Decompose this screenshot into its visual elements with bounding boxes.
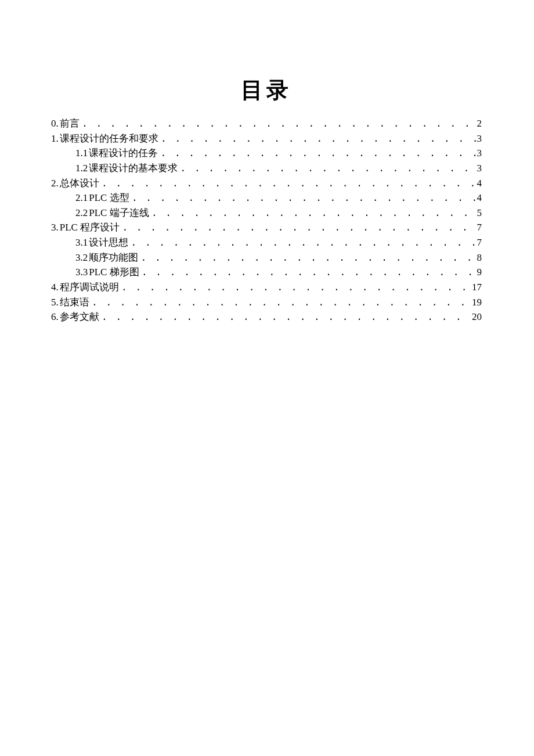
toc-entry-marker: 6. <box>51 310 60 325</box>
toc-entry-page: 19 <box>471 296 482 310</box>
toc-entry-page: 4 <box>476 191 482 206</box>
toc-entry-label: 结束语 <box>60 296 92 310</box>
toc-entry-marker: 0. <box>51 117 60 131</box>
toc-entry-label: PLC 选型 <box>89 191 131 206</box>
toc-entry-label: PLC 梯形图 <box>89 265 141 280</box>
toc-entry-marker: 3.3 <box>75 265 89 280</box>
toc-entry-page: 17 <box>471 280 482 295</box>
toc-entry-page: 7 <box>476 236 482 250</box>
toc-entry-dots <box>142 266 476 280</box>
toc-entry-label: 前言 <box>60 117 82 131</box>
toc-entry-dots <box>102 311 471 325</box>
toc-entry: 6.参考文献20 <box>51 310 482 325</box>
toc-entry: 1.课程设计的任务和要求3 <box>51 132 482 147</box>
toc-entry-dots <box>132 192 476 206</box>
toc-entry: 1.2课程设计的基本要求3 <box>51 161 482 177</box>
toc-entry: 5.结束语19 <box>51 296 482 311</box>
toc-entry-marker: 3.1 <box>75 236 89 250</box>
toc-entry-marker: 1. <box>51 132 60 146</box>
toc-entry-dots <box>160 147 475 161</box>
toc-entry: 3.2顺序功能图8 <box>51 251 482 266</box>
toc-entry: 0.前言2 <box>51 117 482 132</box>
toc-entry-page: 7 <box>476 221 482 235</box>
toc-entry-label: 顺序功能图 <box>89 251 140 265</box>
toc-entry-label: 课程设计的任务 <box>89 146 160 161</box>
toc-entry-label: 参考文献 <box>60 310 102 325</box>
toc-entry-dots <box>82 117 476 132</box>
toc-entry-dots <box>102 177 476 192</box>
toc-entry-marker: 2.2 <box>75 206 89 221</box>
toc-entry-page: 20 <box>471 310 482 325</box>
toc-entry-dots <box>140 251 475 266</box>
toc-entry-label: 程序调试说明 <box>60 280 121 295</box>
toc-entry-page: 9 <box>476 265 482 280</box>
toc-list: 0.前言21.课程设计的任务和要求31.1课程设计的任务31.2课程设计的基本要… <box>51 117 482 325</box>
toc-entry-label: 设计思想 <box>89 236 131 250</box>
toc-entry-marker: 5. <box>51 296 60 310</box>
toc-entry-dots <box>151 207 476 221</box>
toc-entry-page: 4 <box>476 177 482 191</box>
toc-entry: 4.程序调试说明17 <box>51 280 482 296</box>
toc-entry: 1.1课程设计的任务3 <box>51 146 482 161</box>
toc-entry-marker: 3.2 <box>75 251 89 265</box>
toc-entry-dots <box>92 296 471 311</box>
toc-title: 目录 <box>51 75 482 105</box>
toc-entry-label: 课程设计的任务和要求 <box>60 132 161 146</box>
toc-entry-marker: 1.2 <box>75 161 89 176</box>
toc-entry-dots <box>121 281 471 296</box>
toc-entry-page: 2 <box>476 117 482 131</box>
toc-entry-label: PLC 端子连线 <box>89 206 151 221</box>
toc-entry-label: PLC 程序设计 <box>60 221 122 235</box>
page-container: 目录 0.前言21.课程设计的任务和要求31.1课程设计的任务31.2课程设计的… <box>0 0 534 325</box>
toc-entry-label: 总体设计 <box>60 177 102 191</box>
toc-entry-marker: 2. <box>51 177 60 191</box>
toc-entry-page: 3 <box>476 132 482 146</box>
toc-entry: 2.1PLC 选型4 <box>51 191 482 206</box>
toc-entry-page: 5 <box>476 206 482 221</box>
toc-entry: 2.总体设计4 <box>51 177 482 192</box>
toc-entry-dots <box>180 162 475 177</box>
toc-entry-marker: 2.1 <box>75 191 89 206</box>
toc-entry-page: 8 <box>476 251 482 265</box>
toc-entry: 3.3PLC 梯形图9 <box>51 265 482 280</box>
toc-entry: 3.PLC 程序设计7 <box>51 221 482 236</box>
toc-entry-dots <box>161 132 476 147</box>
toc-entry-dots <box>122 221 475 236</box>
toc-entry-marker: 4. <box>51 280 60 295</box>
toc-entry-dots <box>131 236 475 251</box>
toc-entry-page: 3 <box>476 146 482 161</box>
toc-entry: 3.1设计思想7 <box>51 236 482 251</box>
toc-entry: 2.2PLC 端子连线5 <box>51 206 482 221</box>
toc-entry-marker: 3. <box>51 221 60 235</box>
toc-entry-page: 3 <box>476 161 482 176</box>
toc-entry-marker: 1.1 <box>75 146 89 161</box>
toc-entry-label: 课程设计的基本要求 <box>89 161 180 176</box>
